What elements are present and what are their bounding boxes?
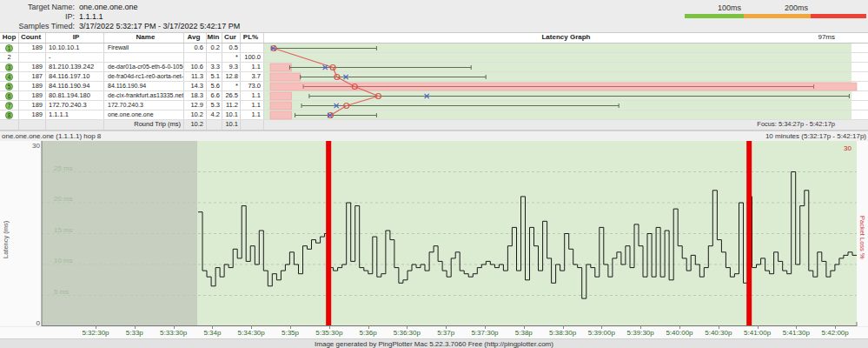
time-tick-label: 5:39:00p	[580, 329, 623, 337]
timeline-plot-svg[interactable]: 5 ms10 ms15 ms20 ms25 ms	[0, 141, 868, 326]
hop-badge: 1	[5, 44, 13, 52]
round-trip-avg: 10.2	[184, 120, 207, 130]
min-cell: 5.6	[207, 82, 222, 90]
ip-cell: 81.210.139.242	[46, 63, 104, 71]
column-header-avg[interactable]: Avg	[184, 33, 207, 43]
ip-cell: 80.81.194.180	[46, 91, 104, 100]
column-header-name[interactable]: Name	[104, 33, 184, 43]
timeline-range-label: 10 minutes (5:32:17p - 5:42:17p)	[765, 132, 866, 140]
count-cell: 189	[19, 44, 46, 52]
hop-badge: 6	[5, 92, 13, 100]
time-tick-label: 5:34p	[190, 329, 234, 337]
hop-number-cell: 3	[0, 63, 19, 71]
time-tick-label: 5:37p	[424, 329, 467, 337]
column-header-min[interactable]: Min	[207, 33, 222, 43]
count-cell	[19, 53, 46, 62]
name-cell: de-fra04d-rc1-re0-aorta-net-ae	[104, 72, 184, 81]
time-tick-label: 5:32:30p	[74, 329, 117, 337]
y-axis-max-label: 30	[26, 142, 40, 150]
packet-loss-cell: 1.1	[241, 63, 264, 71]
column-header-cur[interactable]: Cur	[222, 33, 241, 43]
time-tick-label: 5:38p	[502, 329, 546, 337]
legend-red-segment	[811, 14, 866, 18]
round-trip-cur: 10.1	[222, 120, 241, 130]
avg-cell: 0.6	[184, 44, 207, 52]
time-tick-label: 5:40:30p	[697, 329, 740, 337]
time-tick-label: 5:33:30p	[152, 329, 195, 337]
latency-graph-cell	[264, 91, 868, 100]
count-cell: 189	[19, 82, 46, 90]
hop-row-3[interactable]: 318981.210.139.242de-dar01a-cr05-eth-6-0…	[0, 63, 868, 72]
column-header-count[interactable]: Count	[19, 33, 46, 43]
count-cell: 189	[19, 91, 46, 100]
timeline-plot-area[interactable]: 5 ms10 ms15 ms20 ms25 ms	[0, 141, 868, 326]
count-cell: 189	[19, 63, 46, 71]
hop-badge: 7	[5, 102, 13, 110]
column-header-pl[interactable]: PL%	[241, 33, 264, 43]
round-trip-label: Round Trip (ms)	[104, 120, 184, 130]
svg-text:20 ms: 20 ms	[54, 195, 73, 203]
hop-number-cell: 2	[0, 53, 19, 62]
y-axis-min-label: 0	[26, 319, 40, 327]
packet-loss-cell: 1.1	[241, 101, 264, 110]
packet-loss-cell	[241, 44, 264, 52]
hop-number-cell: 4	[0, 72, 19, 81]
hop-badge: 5	[5, 83, 13, 90]
hop-badge: 3	[5, 64, 13, 71]
count-cell: 189	[19, 110, 46, 119]
column-header-ip[interactable]: IP	[46, 33, 104, 43]
ip-row: IP: 1.1.1.1	[0, 12, 348, 22]
pingplotter-window: Target Name: one.one.one.one IP: 1.1.1.1…	[0, 0, 868, 348]
focus-range-label: Focus: 5:34:27p - 5:42:17p	[757, 120, 835, 129]
round-trip-row: Round Trip (ms) 10.2 10.1 Focus: 5:34:27…	[0, 120, 868, 130]
avg-cell: 14.3	[184, 82, 207, 90]
cur-cell: 0.5	[222, 44, 241, 52]
name-cell: 84.116.190.94	[104, 82, 184, 90]
hop-number-cell: 7	[0, 101, 19, 110]
ip-value: 1.1.1.1	[79, 12, 103, 22]
packet-loss-cell: 1.1	[241, 91, 264, 100]
legend-color-bar	[685, 14, 866, 18]
time-axis: 5:32:30p5:33p5:33:30p5:34p5:34:30p5:35p5…	[0, 327, 868, 338]
time-tick-label: 5:39:30p	[619, 329, 662, 337]
ip-label: IP:	[0, 12, 75, 22]
avg-cell: 18.3	[184, 91, 207, 100]
latency-graph-cell	[264, 110, 868, 119]
latency-graph-cell	[264, 44, 868, 52]
avg-cell	[184, 53, 207, 62]
latency-graph-header: Latency Graph 97ms	[264, 33, 868, 43]
hop-row-6[interactable]: 618980.81.194.180de-cix-frankfurt.as1333…	[0, 91, 868, 101]
count-cell: 189	[19, 101, 46, 110]
samples-row: Samples Timed: 3/17/2022 5:32:17 PM - 3/…	[0, 22, 348, 31]
cur-cell: 26.5	[222, 91, 241, 100]
column-header-hop[interactable]: Hop	[0, 33, 19, 43]
min-cell: 3.3	[207, 63, 222, 71]
target-name-label: Target Name:	[0, 3, 75, 12]
svg-text:25 ms: 25 ms	[54, 164, 73, 172]
time-tick-label: 5:33p	[113, 329, 156, 337]
cur-cell: *	[222, 82, 241, 90]
hop-row-2[interactable]: 2-*100.0	[0, 53, 868, 63]
timeline-target-title: one.one.one.one (1.1.1.1) hop 8	[2, 132, 101, 140]
hop-row-8[interactable]: 81891.1.1.1one.one.one.one10.24.210.11.1	[0, 110, 868, 120]
time-tick-label: 5:41:00p	[736, 329, 779, 337]
ip-cell: 172.70.240.3	[46, 101, 104, 110]
hop-row-5[interactable]: 518984.116.190.9484.116.190.9414.35.6*73…	[0, 82, 868, 91]
time-tick-label: 5:35p	[268, 329, 312, 337]
count-cell: 187	[19, 72, 46, 81]
hop-row-4[interactable]: 418784.116.197.10de-fra04d-rc1-re0-aorta…	[0, 72, 868, 82]
ip-cell: 84.116.197.10	[46, 72, 104, 81]
name-cell: one.one.one.one	[104, 110, 184, 119]
time-tick-label: 5:42:00p	[813, 329, 857, 337]
min-cell	[207, 53, 222, 62]
name-cell: de-cix-frankfurt.as13335.net	[104, 91, 184, 100]
hop-row-7[interactable]: 7189172.70.240.3172.70.240.312.95.311.21…	[0, 101, 868, 110]
latency-graph-cell	[264, 101, 868, 110]
time-tick-label: 5:36:30p	[385, 329, 428, 337]
hop-row-1[interactable]: 118910.10.10.1Firewall0.60.20.5	[0, 44, 868, 53]
time-tick-label: 5:35:30p	[308, 329, 351, 337]
name-cell: de-dar01a-cr05-eth-6-0-1050.	[104, 63, 184, 71]
hop-number-cell: 1	[0, 44, 19, 52]
latency-graph-cell	[264, 53, 868, 62]
target-name-row: Target Name: one.one.one.one	[0, 3, 348, 12]
